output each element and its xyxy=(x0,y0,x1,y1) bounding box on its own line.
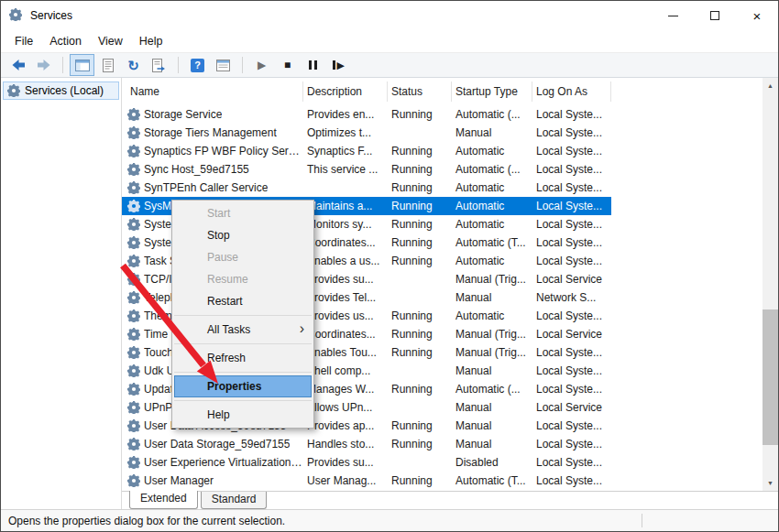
table-row[interactable]: Storage Service Provides en... Running A… xyxy=(122,105,611,124)
service-gear-icon xyxy=(127,438,140,451)
cell-log-on-as: Local Syste... xyxy=(532,380,611,398)
stop-service-button[interactable]: ■ xyxy=(275,54,300,76)
service-gear-icon xyxy=(127,401,140,414)
menu-bar-item[interactable]: Action xyxy=(41,32,90,50)
context-menu-item[interactable]: Refresh xyxy=(172,347,313,369)
restart-service-icon: ▶ xyxy=(333,60,345,71)
service-gear-icon xyxy=(127,145,140,157)
context-menu-item[interactable]: All Tasks › xyxy=(172,319,313,341)
menu-item-label: Help xyxy=(207,408,230,421)
close-button[interactable]: × xyxy=(736,1,778,30)
cell-startup-type: Automatic xyxy=(452,179,532,197)
context-menu-item[interactable]: Properties xyxy=(174,375,312,397)
view-tab[interactable]: Extended xyxy=(129,491,198,509)
cell-status xyxy=(388,362,452,380)
table-row[interactable]: User Experience Virtualization Service P… xyxy=(122,453,611,472)
cell-status: Running xyxy=(388,435,452,453)
cell-startup-type: Manual (Trig... xyxy=(452,270,532,288)
help-button[interactable]: ? xyxy=(185,54,210,76)
status-pane-right xyxy=(642,510,778,531)
start-service-button[interactable]: ▶ xyxy=(249,54,274,76)
menu-bar-item[interactable]: Help xyxy=(131,32,171,50)
context-menu-item[interactable]: Help xyxy=(172,404,313,426)
export-list-button[interactable] xyxy=(147,54,171,76)
cell-log-on-as: Local Syste... xyxy=(532,472,611,490)
view-tab[interactable]: Standard xyxy=(201,492,268,509)
cell-log-on-as: Local Service xyxy=(532,325,611,343)
cell-log-on-as: Network S... xyxy=(532,288,611,307)
table-row[interactable]: SynTPEnh Caller Service Running Automati… xyxy=(122,179,611,197)
menu-bar-item[interactable]: View xyxy=(90,32,131,50)
column-header-name[interactable]: Name xyxy=(122,81,303,102)
vertical-scrollbar[interactable]: ▲ ▼ xyxy=(763,78,778,491)
cell-startup-type: Automatic xyxy=(452,307,532,325)
cell-startup-type: Automatic (T... xyxy=(452,472,532,490)
service-gear-icon xyxy=(127,181,140,194)
service-gear-icon xyxy=(127,218,140,231)
forward-button[interactable] xyxy=(31,54,56,76)
cell-log-on-as: Local Syste... xyxy=(532,179,611,197)
show-console-tree-button[interactable] xyxy=(70,54,94,76)
service-gear-icon xyxy=(127,291,140,304)
table-row[interactable]: Sync Host_59ed7155 This service ... Runn… xyxy=(122,160,611,179)
service-gear-icon xyxy=(127,163,140,176)
view-tabs: Extended Standard xyxy=(122,491,778,509)
service-gear-icon xyxy=(127,383,140,396)
cell-log-on-as: Local Syste... xyxy=(532,142,611,160)
cell-startup-type: Manual (Trig... xyxy=(452,325,532,343)
scrollbar-thumb[interactable] xyxy=(763,309,778,446)
start-service-icon: ▶ xyxy=(258,60,266,71)
cell-name: Storage Tiers Management xyxy=(122,124,303,142)
table-row[interactable]: User Data Storage_59ed7155 Handles sto..… xyxy=(122,435,611,453)
service-gear-icon xyxy=(127,364,140,377)
cell-name: SynTPEnh Caller Service xyxy=(122,179,303,197)
column-header-description[interactable]: Description xyxy=(303,81,388,102)
pause-service-button[interactable] xyxy=(301,54,325,76)
menu-bar: File Action View Help xyxy=(1,30,778,52)
properties-button[interactable] xyxy=(95,54,120,76)
minimize-button[interactable] xyxy=(652,1,694,30)
column-header-status[interactable]: Status xyxy=(388,81,452,102)
menu-bar-item[interactable]: File xyxy=(6,32,41,50)
cell-description: Coordinates... xyxy=(303,325,388,343)
context-menu-item[interactable]: Resume xyxy=(172,268,313,290)
cell-name: User Experience Virtualization Service xyxy=(122,453,303,472)
restart-service-button[interactable]: ▶ xyxy=(326,54,351,76)
service-gear-icon xyxy=(127,309,140,322)
scroll-up-button[interactable]: ▲ xyxy=(763,78,778,93)
refresh-button[interactable]: ↻ xyxy=(121,54,146,76)
context-menu-item[interactable]: Pause xyxy=(172,246,313,268)
list-header: Name Description Status Startup Type Log… xyxy=(122,78,778,105)
context-menu-item[interactable]: Restart xyxy=(172,290,313,312)
table-row[interactable]: User Manager User Manag... Running Autom… xyxy=(122,472,611,490)
cell-description: Provides us... xyxy=(303,307,388,325)
cell-description: Allows UPn... xyxy=(303,398,388,417)
cell-status xyxy=(388,453,452,472)
cell-status: Running xyxy=(388,380,452,398)
context-menu-item[interactable]: Start xyxy=(172,202,313,224)
tree-item-services-local[interactable]: Services (Local) xyxy=(3,81,119,100)
service-gear-icon xyxy=(127,419,140,432)
cell-log-on-as: Local Syste... xyxy=(532,362,611,380)
context-menu-item[interactable]: Stop xyxy=(172,224,313,246)
service-gear-icon xyxy=(127,273,140,286)
cell-status: Running xyxy=(388,160,452,179)
cell-description: Enables Tou... xyxy=(303,343,388,362)
cell-startup-type: Automatic xyxy=(452,252,532,270)
view-menu-button[interactable] xyxy=(211,54,236,76)
back-button[interactable] xyxy=(5,54,30,76)
cell-description: Handles sto... xyxy=(303,435,388,453)
window-view-icon xyxy=(216,60,230,71)
table-row[interactable]: Storage Tiers Management Optimizes t... … xyxy=(122,124,611,142)
table-row[interactable]: Synaptics FP WBF Policy Service Synaptic… xyxy=(122,142,611,160)
column-header-startup-type[interactable]: Startup Type xyxy=(452,81,532,102)
service-gear-icon xyxy=(127,236,140,249)
maximize-button[interactable] xyxy=(694,1,736,30)
column-header-log-on-as[interactable]: Log On As xyxy=(532,81,611,102)
scroll-down-button[interactable]: ▼ xyxy=(763,475,778,491)
cell-startup-type: Automatic xyxy=(452,197,532,215)
cell-description: Provides su... xyxy=(303,270,388,288)
export-list-icon xyxy=(152,59,166,72)
console-tree-icon xyxy=(75,60,90,71)
cell-status: Running xyxy=(388,472,452,490)
